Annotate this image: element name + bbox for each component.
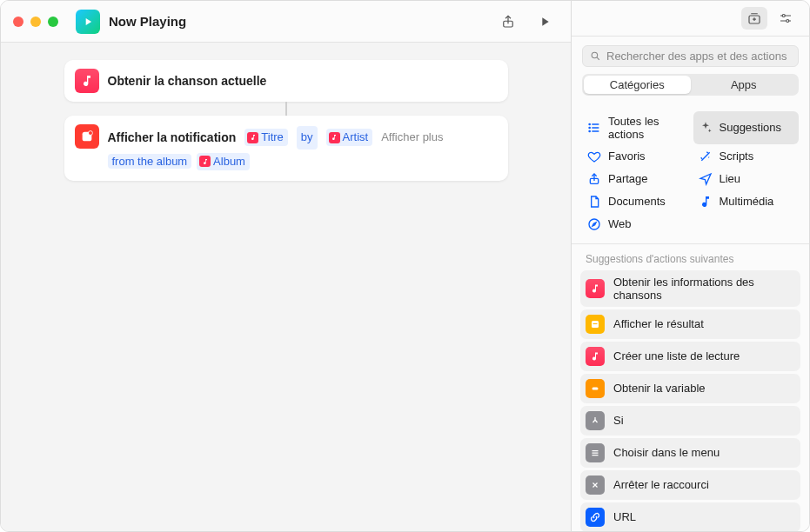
music-note-icon (247, 132, 258, 143)
branch-icon (586, 411, 605, 430)
music-note-icon (199, 156, 211, 167)
run-icon[interactable] (531, 10, 559, 34)
category-all-actions[interactable]: Toutes les actions (582, 111, 688, 144)
action-card-label: Obtenir la chanson actuelle (108, 74, 267, 88)
search-input[interactable]: Rechercher des apps et des actions (582, 45, 799, 67)
segmented-control[interactable]: Catégories Apps (582, 74, 799, 96)
token-word-from: from the album (108, 154, 192, 169)
suggestion-show-result[interactable]: Afficher le résultat (580, 309, 800, 339)
suggestion-label: URL (613, 510, 636, 523)
category-favorites[interactable]: Favoris (582, 146, 688, 167)
svg-point-3 (89, 131, 92, 135)
shortcut-app-icon (76, 10, 100, 34)
share-icon[interactable] (494, 10, 522, 34)
action-card-get-current-song[interactable]: Obtenir la chanson actuelle (64, 60, 508, 102)
tab-categories[interactable]: Catégories (584, 76, 691, 94)
close-window-icon[interactable] (13, 17, 23, 27)
suggestion-get-song-info[interactable]: Obtenir les informations des chansons (580, 270, 800, 307)
minimize-window-icon[interactable] (30, 17, 41, 27)
suggestion-label: Arrêter le raccourci (613, 478, 709, 491)
suggestion-label: Si (613, 414, 624, 427)
section-header: Suggestions d'actions suivantes (572, 244, 809, 270)
svg-point-12 (589, 219, 599, 229)
category-label: Partage (608, 172, 648, 185)
svg-point-6 (787, 19, 789, 22)
wand-icon (699, 150, 713, 163)
category-label: Web (608, 217, 632, 230)
menu-icon (586, 443, 605, 462)
suggestion-label: Choisir dans le menu (613, 446, 720, 459)
svg-rect-15 (592, 387, 599, 389)
show-more-button[interactable]: Afficher plus (381, 127, 443, 149)
category-label: Favoris (608, 150, 646, 163)
sparkle-icon (699, 121, 713, 135)
svg-point-8 (589, 123, 590, 124)
notification-icon (75, 124, 99, 149)
suggestion-get-variable[interactable]: Obtenir la variable (580, 374, 800, 403)
svg-point-10 (589, 130, 590, 131)
svg-point-9 (589, 127, 590, 128)
share-icon (587, 172, 601, 186)
zoom-window-icon[interactable] (48, 17, 58, 27)
suggestion-label: Obtenir les informations des chansons (613, 276, 795, 302)
suggestion-label: Créer une liste de lecture (613, 349, 740, 362)
safari-icon (587, 217, 601, 231)
music-note-icon (329, 132, 340, 143)
category-label: Toutes les actions (608, 115, 683, 141)
svg-point-5 (782, 14, 785, 17)
category-suggestions[interactable]: Suggestions (693, 111, 800, 144)
svg-rect-14 (593, 323, 598, 324)
token-word-by: by (297, 126, 318, 150)
category-share[interactable]: Partage (582, 169, 688, 190)
workflow-canvas: Obtenir la chanson actuelle Afficher la … (1, 43, 571, 531)
category-web[interactable]: Web (582, 214, 688, 235)
token-title[interactable]: Titre (244, 129, 288, 146)
search-placeholder: Rechercher des apps et des actions (606, 50, 787, 63)
svg-point-7 (592, 52, 598, 57)
category-scripts[interactable]: Scripts (693, 146, 800, 167)
variable-icon (586, 379, 605, 398)
suggestion-label: Afficher le résultat (613, 317, 704, 330)
stop-icon (586, 475, 605, 495)
suggestion-url[interactable]: URL (580, 502, 800, 531)
token-album[interactable]: Album (197, 153, 250, 170)
suggestion-label: Obtenir la variable (613, 382, 706, 395)
window-controls (13, 17, 58, 27)
category-label: Documents (608, 195, 666, 208)
category-label: Scripts (720, 150, 754, 163)
result-icon (586, 315, 605, 334)
library-icon[interactable] (741, 7, 767, 30)
search-icon (590, 50, 601, 62)
category-media[interactable]: Multimédia (693, 191, 800, 212)
category-label: Multimédia (720, 195, 774, 208)
suggestions-list: Obtenir les informations des chansons Af… (572, 270, 809, 531)
suggestion-stop-shortcut[interactable]: Arrêter le raccourci (580, 470, 800, 500)
music-note-icon (75, 69, 99, 93)
music-note-icon (586, 279, 605, 298)
action-card-label: Afficher la notification (108, 126, 237, 150)
suggestion-create-playlist[interactable]: Créer une liste de lecture (580, 342, 800, 371)
document-icon (587, 195, 601, 209)
music-note-icon (586, 347, 605, 366)
list-icon (587, 121, 601, 135)
heart-icon (587, 150, 601, 163)
category-documents[interactable]: Documents (582, 191, 688, 212)
category-label: Lieu (720, 172, 741, 185)
tab-apps[interactable]: Apps (691, 76, 798, 94)
suggestion-choose-menu[interactable]: Choisir dans le menu (580, 438, 800, 468)
action-card-show-notification[interactable]: Afficher la notification Titre by Artist… (64, 116, 508, 181)
category-label: Suggestions (720, 121, 782, 134)
category-location[interactable]: Lieu (693, 169, 800, 190)
titlebar: Now Playing (1, 1, 571, 43)
link-icon (586, 508, 605, 527)
settings-sliders-icon[interactable] (773, 7, 799, 30)
page-title: Now Playing (109, 14, 186, 29)
location-icon (699, 172, 713, 186)
music-note-icon (699, 195, 713, 209)
suggestion-if[interactable]: Si (580, 406, 800, 436)
token-artist[interactable]: Artist (326, 129, 373, 146)
